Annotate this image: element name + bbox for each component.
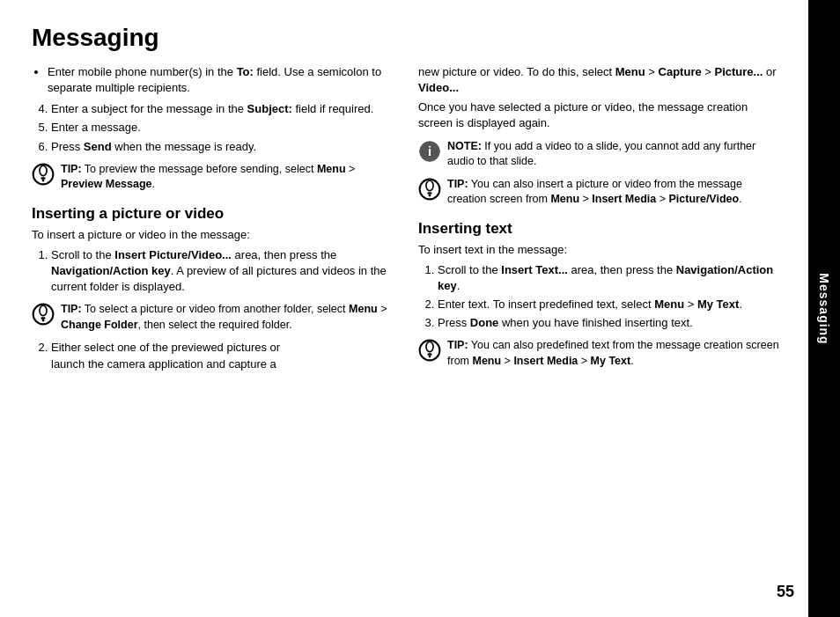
tip-text-right-1: TIP: You can also insert a picture or vi… bbox=[447, 177, 784, 208]
insert-text-steps: Scroll to the Insert Text... area, then … bbox=[418, 262, 784, 332]
svg-rect-13 bbox=[429, 194, 431, 195]
main-content: Messaging Enter mobile phone number(s) i… bbox=[0, 0, 808, 617]
tip-text-pv: TIP: To select a picture or video from a… bbox=[61, 302, 397, 333]
step-6: Press Send when the message is ready. bbox=[51, 139, 397, 155]
intro-bullet-list: Enter mobile phone number(s) in the To: … bbox=[32, 64, 397, 96]
tip-box-pv: TIP: To select a picture or video from a… bbox=[32, 302, 397, 333]
svg-rect-6 bbox=[41, 318, 46, 320]
side-tab: Messaging bbox=[808, 0, 840, 617]
note-text-1: NOTE: If you add a video to a slide, you… bbox=[447, 139, 784, 170]
tip-text-1: TIP: To preview the message before sendi… bbox=[61, 162, 397, 193]
it-step-3: Press Done when you have finished insert… bbox=[438, 315, 784, 331]
step-4: Enter a subject for the message in the S… bbox=[51, 101, 397, 117]
step-5: Enter a message. bbox=[51, 120, 397, 136]
col-right: new picture or video. To do this, select… bbox=[418, 64, 784, 378]
svg-point-15 bbox=[426, 342, 433, 352]
right-col-cont-1: new picture or video. To do this, select… bbox=[418, 64, 784, 96]
tip-icon-1 bbox=[32, 163, 55, 186]
svg-rect-16 bbox=[428, 354, 432, 356]
intro-steps-list: Enter a subject for the message in the S… bbox=[32, 101, 397, 155]
picture-video-steps: Scroll to the Insert Picture/Video... ar… bbox=[32, 247, 397, 296]
tip-icon-right-1 bbox=[418, 178, 441, 201]
svg-rect-7 bbox=[42, 320, 44, 321]
section-heading-text: Inserting text bbox=[418, 220, 784, 238]
page-container: Messaging Enter mobile phone number(s) i… bbox=[0, 0, 840, 617]
side-tab-label: Messaging bbox=[817, 273, 831, 344]
pv-step-1: Scroll to the Insert Picture/Video... ar… bbox=[51, 247, 397, 296]
pv-step-2: Either select one of the previewed pictu… bbox=[51, 340, 397, 371]
tip-box-text: TIP: You can also predefined text from t… bbox=[418, 338, 784, 369]
tip-text-text: TIP: You can also predefined text from t… bbox=[447, 338, 784, 369]
it-step-2: Enter text. To insert predefined text, s… bbox=[438, 297, 784, 312]
svg-point-5 bbox=[40, 306, 47, 316]
section-heading-picture-video: Inserting a picture or video bbox=[32, 205, 397, 223]
svg-rect-17 bbox=[429, 356, 431, 357]
it-step-1: Scroll to the Insert Text... area, then … bbox=[438, 262, 784, 294]
right-col-cont-2: Once you have selected a picture or vide… bbox=[418, 99, 784, 131]
svg-rect-3 bbox=[42, 179, 44, 180]
section-intro-text: To insert text in the message: bbox=[418, 242, 784, 258]
section-intro-picture-video: To insert a picture or video in the mess… bbox=[32, 227, 397, 243]
page-number: 55 bbox=[777, 583, 794, 601]
bullet-item-1: Enter mobile phone number(s) in the To: … bbox=[48, 64, 397, 96]
col-left: Enter mobile phone number(s) in the To: … bbox=[32, 64, 397, 378]
tip-icon-text bbox=[418, 339, 441, 362]
note-box-1: i NOTE: If you add a video to a slide, y… bbox=[418, 139, 784, 170]
svg-rect-12 bbox=[428, 192, 432, 194]
svg-point-1 bbox=[40, 165, 47, 175]
svg-text:i: i bbox=[428, 143, 431, 158]
tip-icon-pv bbox=[32, 303, 55, 326]
tip-box-1: TIP: To preview the message before sendi… bbox=[32, 162, 397, 193]
page-title: Messaging bbox=[32, 25, 784, 52]
svg-rect-2 bbox=[41, 177, 46, 179]
tip-box-right-1: TIP: You can also insert a picture or vi… bbox=[418, 177, 784, 208]
svg-point-11 bbox=[426, 180, 433, 190]
note-icon-1: i bbox=[418, 140, 441, 163]
two-col-layout: Enter mobile phone number(s) in the To: … bbox=[32, 64, 784, 378]
picture-video-steps-2: Either select one of the previewed pictu… bbox=[32, 340, 397, 371]
